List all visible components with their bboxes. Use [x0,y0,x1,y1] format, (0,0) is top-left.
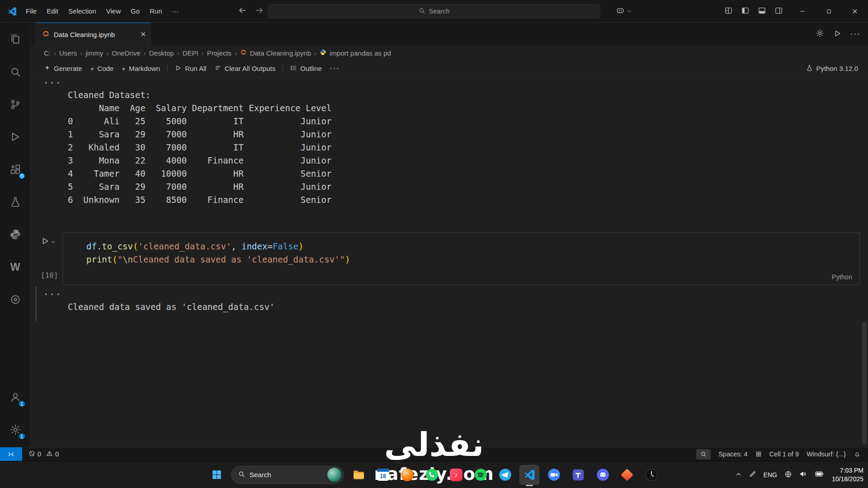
notifications-bell-icon[interactable] [854,450,861,458]
breadcrumb-onedrive[interactable]: OneDrive [112,49,140,57]
settings-gear-icon[interactable]: 1 [5,419,26,441]
run-all-button[interactable]: Run All [171,60,211,77]
clear-all-outputs-button[interactable]: Clear All Outputs [211,60,280,77]
clock-datetime[interactable]: 7:03 PM 10/18/2025 [832,466,863,483]
run-editor-icon[interactable] [833,29,841,39]
remote-indicator[interactable] [0,447,22,461]
music-app-icon[interactable]: ♪ [446,465,466,485]
extensions-icon[interactable] [5,159,26,180]
run-cell-control[interactable] [41,237,56,247]
pen-icon[interactable] [749,470,756,479]
outline-button[interactable]: Outline [286,60,326,77]
statusbar-search-button[interactable] [696,449,711,460]
minimize-button[interactable] [789,0,816,23]
explorer-icon[interactable] [5,28,26,50]
notebook-settings-gear-icon[interactable] [816,29,824,39]
command-center-search[interactable]: Search [268,4,600,19]
cell-position-indicator[interactable]: Cell 1 of 9 [769,450,799,458]
breadcrumb-projects[interactable]: Projects [207,49,231,57]
ai-assistant-icon[interactable] [5,289,26,310]
file-explorer-icon[interactable] [349,465,368,485]
active-app-indicator [526,485,533,486]
cell-language-label[interactable]: Python [832,273,852,281]
editor-scrollbar[interactable] [862,322,867,445]
microsoft-365-icon[interactable] [617,465,637,485]
toggle-sidebar-right-icon[interactable] [774,6,783,17]
code-editor-area[interactable]: df.to_csv('cleaned_data.csv', index=Fals… [86,240,350,266]
add-code-cell-button[interactable]: + Code [86,60,118,77]
menu-view[interactable]: View [101,0,126,23]
whatsapp-icon[interactable] [422,465,442,485]
clock-app-icon[interactable] [642,465,661,485]
discord-icon[interactable] [593,465,613,485]
breadcrumb-file[interactable]: Data Cleaning.ipynb [250,49,311,57]
customize-layout-icon[interactable] [724,6,733,17]
run-cell-play-icon[interactable] [41,237,49,247]
breadcrumb-drive[interactable]: C: [44,49,51,57]
add-markdown-cell-button[interactable]: + Markdown [118,60,164,77]
testing-beaker-icon[interactable] [5,191,26,213]
toggle-sidebar-left-icon[interactable] [741,6,750,17]
start-button[interactable] [207,465,226,485]
breadcrumb-desktop[interactable]: Desktop [149,49,174,57]
problems-indicator[interactable]: 0 0 [28,450,59,458]
back-arrow-icon[interactable] [238,6,246,16]
kernel-picker[interactable]: Python 3.12.0 [806,65,858,73]
python-extension-icon[interactable] [5,224,26,245]
copilot-icon [616,6,625,17]
toggle-panel-icon[interactable] [758,6,766,17]
spotify-icon[interactable] [471,465,491,485]
battery-icon[interactable] [815,470,825,479]
breadcrumb-users[interactable]: Users [59,49,77,57]
history-navigation [238,0,264,23]
notebook-editor[interactable]: ··· Cleaned Dataset: Name Age Salary Dep… [31,78,868,447]
accounts-icon[interactable]: 1 [5,386,26,408]
forward-arrow-icon[interactable] [255,6,264,16]
windsurf-status[interactable]: Windsurf: {...} [807,450,846,458]
run-options-chevron-icon[interactable] [51,238,56,246]
cell-focus-bar [35,286,37,321]
windsurf-icon[interactable]: W [5,256,26,278]
code-line[interactable]: print("\nCleaned data saved as 'cleaned_… [86,253,350,266]
collapsed-cell-indicator[interactable]: ··· [43,79,61,87]
breadcrumb-depi[interactable]: DEPI [183,49,198,57]
toolbar-more-icon[interactable]: ··· [326,60,344,77]
breadcrumb-jimmy[interactable]: jimmy [85,49,103,57]
menu-more[interactable]: ··· [167,0,184,23]
maximize-button[interactable] [816,0,842,23]
tab-data-cleaning-ipynb[interactable]: Data Cleaning.ipynb ✕ [35,23,151,46]
more-actions-icon[interactable]: ··· [850,30,861,38]
menu-run[interactable]: Run [145,0,167,23]
copilot-menu[interactable] [616,0,632,23]
browser-icon[interactable] [397,465,417,485]
network-icon[interactable] [784,470,792,479]
tray-chevron-up-icon[interactable] [735,471,742,479]
generate-button[interactable]: Generate [40,60,86,77]
breadcrumb-symbol[interactable]: import pandas as pd [330,49,391,57]
vscode-taskbar-icon[interactable] [519,465,539,485]
close-button[interactable] [842,0,868,23]
calendar-app-icon[interactable]: 18 [373,465,393,485]
search-sidebar-icon[interactable] [5,61,26,83]
search-placeholder: Search [429,8,450,15]
language-indicator[interactable]: ENG [764,471,777,479]
output-collapsed-indicator[interactable]: ··· [43,290,61,299]
taskbar-search[interactable]: Search [231,466,344,484]
layout-grid-icon[interactable] [755,451,762,457]
run-and-debug-icon[interactable] [5,126,26,148]
bing-daily-image[interactable] [327,468,341,482]
indentation-indicator[interactable]: Spaces: 4 [718,450,748,458]
tab-close-icon[interactable]: ✕ [140,30,146,38]
code-line[interactable]: df.to_csv('cleaned_data.csv', index=Fals… [86,240,350,253]
volume-icon[interactable] [799,470,807,479]
telegram-icon[interactable] [495,465,515,485]
zoom-icon[interactable] [544,465,564,485]
source-control-icon[interactable] [5,94,26,115]
jupyter-file-icon [240,49,247,57]
teams-icon[interactable] [568,465,588,485]
menu-edit[interactable]: Edit [42,0,63,23]
menu-go[interactable]: Go [126,0,145,23]
code-cell[interactable]: df.to_csv('cleaned_data.csv', index=Fals… [62,232,860,285]
menu-selection[interactable]: Selection [63,0,101,23]
menu-file[interactable]: File [21,0,42,23]
